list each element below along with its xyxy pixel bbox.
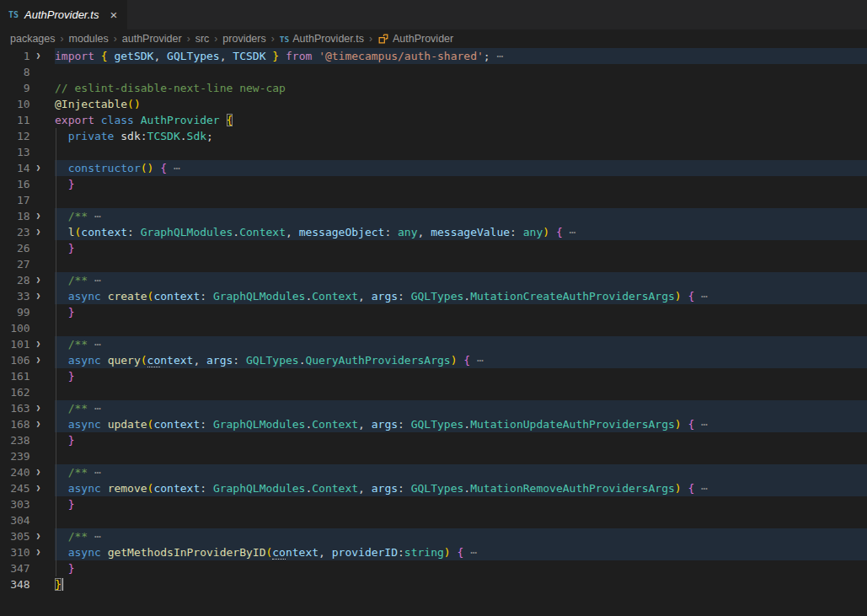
code-line-content[interactable]: }: [55, 560, 867, 576]
code-line[interactable]: 168❯ async update(context: GraphQLModule…: [0, 416, 867, 432]
code-line[interactable]: 304: [0, 512, 867, 528]
code-line[interactable]: 11export class AuthProvider {: [0, 112, 867, 128]
line-number[interactable]: 26: [0, 240, 30, 256]
breadcrumb-item-modules[interactable]: modules: [69, 33, 109, 45]
fold-chevron-icon[interactable]: ❯: [30, 288, 55, 304]
code-line-content[interactable]: async remove(context: GraphQLModules.Con…: [55, 480, 867, 496]
code-line[interactable]: 240❯ /** ⋯: [0, 464, 867, 480]
code-line-content[interactable]: [55, 384, 867, 400]
line-number[interactable]: 168: [0, 416, 30, 432]
code-line-content[interactable]: /** ⋯: [55, 272, 867, 288]
code-line[interactable]: 8: [0, 64, 867, 80]
fold-chevron-icon[interactable]: ❯: [30, 464, 55, 480]
code-line-content[interactable]: [55, 320, 867, 336]
fold-chevron-icon[interactable]: ❯: [30, 480, 55, 496]
fold-chevron-icon[interactable]: ❯: [30, 224, 55, 240]
code-line-content[interactable]: [55, 256, 867, 272]
code-line[interactable]: 101❯ /** ⋯: [0, 336, 867, 352]
tab-close-icon[interactable]: ×: [110, 8, 117, 21]
line-number[interactable]: 12: [0, 128, 30, 144]
line-number[interactable]: 16: [0, 176, 30, 192]
code-line[interactable]: 9// eslint-disable-next-line new-cap: [0, 80, 867, 96]
code-line[interactable]: 13: [0, 144, 867, 160]
code-line[interactable]: 106❯ async query(context, args: GQLTypes…: [0, 352, 867, 368]
code-line[interactable]: 162: [0, 384, 867, 400]
fold-chevron-icon[interactable]: ❯: [30, 352, 55, 368]
fold-chevron-icon[interactable]: ❯: [30, 272, 55, 288]
breadcrumb-item-authprovider[interactable]: AuthProvider: [377, 33, 453, 45]
line-number[interactable]: 18: [0, 208, 30, 224]
code-line-content[interactable]: }: [55, 432, 867, 448]
code-line[interactable]: 161 }: [0, 368, 867, 384]
code-line[interactable]: 28❯ /** ⋯: [0, 272, 867, 288]
code-line[interactable]: 245❯ async remove(context: GraphQLModule…: [0, 480, 867, 496]
code-line-content[interactable]: /** ⋯: [55, 336, 867, 352]
code-line[interactable]: 238 }: [0, 432, 867, 448]
fold-chevron-icon[interactable]: ❯: [30, 528, 55, 544]
code-line[interactable]: 100: [0, 320, 867, 336]
code-line-content[interactable]: export class AuthProvider {: [55, 112, 867, 128]
breadcrumb-item-authprovider[interactable]: authProvider: [122, 33, 182, 45]
code-line[interactable]: 239: [0, 448, 867, 464]
code-line-content[interactable]: [55, 448, 867, 464]
code-line[interactable]: 14❯ constructor() { ⋯: [0, 160, 867, 176]
line-number[interactable]: 8: [0, 64, 30, 80]
tab-authprovider[interactable]: TS AuthProvider.ts ×: [0, 0, 127, 29]
line-number[interactable]: 9: [0, 80, 30, 96]
code-line-content[interactable]: async create(context: GraphQLModules.Con…: [55, 288, 867, 304]
code-editor[interactable]: 1❯import { getSDK, GQLTypes, TCSDK } fro…: [0, 48, 867, 616]
breadcrumb-item-providers[interactable]: providers: [222, 33, 265, 45]
code-line-content[interactable]: l(context: GraphQLModules.Context, messa…: [55, 224, 867, 240]
fold-chevron-icon[interactable]: ❯: [30, 544, 55, 560]
code-line-content[interactable]: /** ⋯: [55, 400, 867, 416]
code-line-content[interactable]: async update(context: GraphQLModules.Con…: [55, 416, 867, 432]
line-number[interactable]: 99: [0, 304, 30, 320]
code-line-content[interactable]: [55, 512, 867, 528]
code-line-content[interactable]: import { getSDK, GQLTypes, TCSDK } from …: [55, 48, 867, 64]
fold-chevron-icon[interactable]: ❯: [30, 160, 55, 176]
code-line-content[interactable]: @Injectable(): [55, 96, 867, 112]
code-line-content[interactable]: [55, 144, 867, 160]
code-line-content[interactable]: // eslint-disable-next-line new-cap: [55, 80, 867, 96]
code-line[interactable]: 1❯import { getSDK, GQLTypes, TCSDK } fro…: [0, 48, 867, 64]
fold-chevron-icon[interactable]: ❯: [30, 400, 55, 416]
code-line[interactable]: 305❯ /** ⋯: [0, 528, 867, 544]
code-line[interactable]: 26 }: [0, 240, 867, 256]
line-number[interactable]: 10: [0, 96, 30, 112]
code-line-content[interactable]: /** ⋯: [55, 528, 867, 544]
code-line[interactable]: 16 }: [0, 176, 867, 192]
line-number[interactable]: 1: [0, 48, 30, 64]
code-line[interactable]: 10@Injectable(): [0, 96, 867, 112]
code-line[interactable]: 33❯ async create(context: GraphQLModules…: [0, 288, 867, 304]
code-line-content[interactable]: constructor() { ⋯: [55, 160, 867, 176]
line-number[interactable]: 14: [0, 160, 30, 176]
line-number[interactable]: 163: [0, 400, 30, 416]
line-number[interactable]: 11: [0, 112, 30, 128]
code-line[interactable]: 347 }: [0, 560, 867, 576]
line-number[interactable]: 13: [0, 144, 30, 160]
line-number[interactable]: 304: [0, 512, 30, 528]
breadcrumb-item-authprovider-ts[interactable]: TSAuthProvider.ts: [280, 33, 364, 45]
line-number[interactable]: 101: [0, 336, 30, 352]
code-line-content[interactable]: private sdk:TCSDK.Sdk;: [55, 128, 867, 144]
line-number[interactable]: 305: [0, 528, 30, 544]
line-number[interactable]: 245: [0, 480, 30, 496]
line-number[interactable]: 27: [0, 256, 30, 272]
code-line[interactable]: 348}: [0, 576, 867, 592]
code-line[interactable]: 99 }: [0, 304, 867, 320]
line-number[interactable]: 100: [0, 320, 30, 336]
line-number[interactable]: 23: [0, 224, 30, 240]
line-number[interactable]: 238: [0, 432, 30, 448]
code-line-content[interactable]: [55, 64, 867, 80]
code-line[interactable]: 303 }: [0, 496, 867, 512]
line-number[interactable]: 303: [0, 496, 30, 512]
line-number[interactable]: 162: [0, 384, 30, 400]
code-line[interactable]: 18❯ /** ⋯: [0, 208, 867, 224]
code-line[interactable]: 23❯ l(context: GraphQLModules.Context, m…: [0, 224, 867, 240]
breadcrumb-item-src[interactable]: src: [195, 33, 210, 45]
code-line-content[interactable]: }: [55, 240, 867, 256]
line-number[interactable]: 239: [0, 448, 30, 464]
line-number[interactable]: 28: [0, 272, 30, 288]
line-number[interactable]: 310: [0, 544, 30, 560]
code-line-content[interactable]: }: [55, 176, 867, 192]
